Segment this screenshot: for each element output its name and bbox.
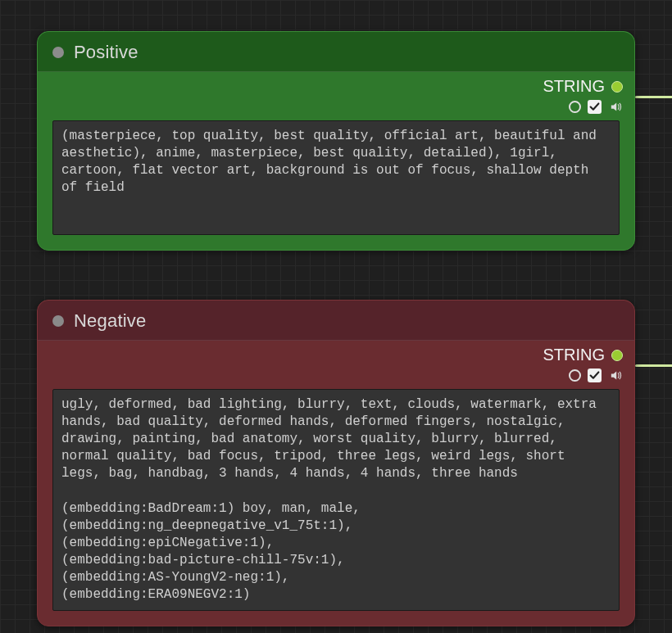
controls-row bbox=[38, 364, 634, 386]
connection-wire bbox=[635, 96, 672, 98]
check-icon bbox=[589, 102, 600, 112]
output-socket-icon[interactable] bbox=[611, 81, 623, 93]
speaker-icon[interactable] bbox=[608, 368, 623, 382]
check-icon bbox=[589, 370, 600, 381]
node-title-bar[interactable]: Negative bbox=[38, 301, 634, 341]
connection-wire bbox=[635, 364, 672, 367]
node-title: Negative bbox=[74, 310, 146, 332]
node-negative[interactable]: Negative STRING ugly, deformed, bad ligh… bbox=[37, 300, 635, 626]
speaker-icon[interactable] bbox=[608, 99, 623, 114]
node-title-bar[interactable]: Positive bbox=[38, 32, 634, 72]
output-row: STRING bbox=[38, 341, 634, 364]
controls-row bbox=[38, 96, 634, 117]
socket-ring-icon[interactable] bbox=[569, 369, 581, 382]
node-title: Positive bbox=[74, 42, 138, 63]
prompt-input[interactable]: ugly, deformed, bad lighting, blurry, te… bbox=[52, 389, 620, 611]
output-row: STRING bbox=[38, 72, 634, 96]
output-type-label: STRING bbox=[543, 346, 605, 364]
enable-checkbox[interactable] bbox=[588, 100, 602, 114]
enable-checkbox[interactable] bbox=[588, 368, 602, 382]
collapse-icon[interactable] bbox=[52, 47, 64, 58]
output-type-label: STRING bbox=[543, 77, 605, 96]
output-socket-icon[interactable] bbox=[611, 350, 623, 361]
socket-ring-icon[interactable] bbox=[569, 101, 581, 113]
collapse-icon[interactable] bbox=[52, 315, 64, 327]
node-positive[interactable]: Positive STRING (masterpiece, top qualit… bbox=[37, 31, 635, 251]
prompt-input[interactable]: (masterpiece, top quality, best quality,… bbox=[52, 120, 620, 235]
